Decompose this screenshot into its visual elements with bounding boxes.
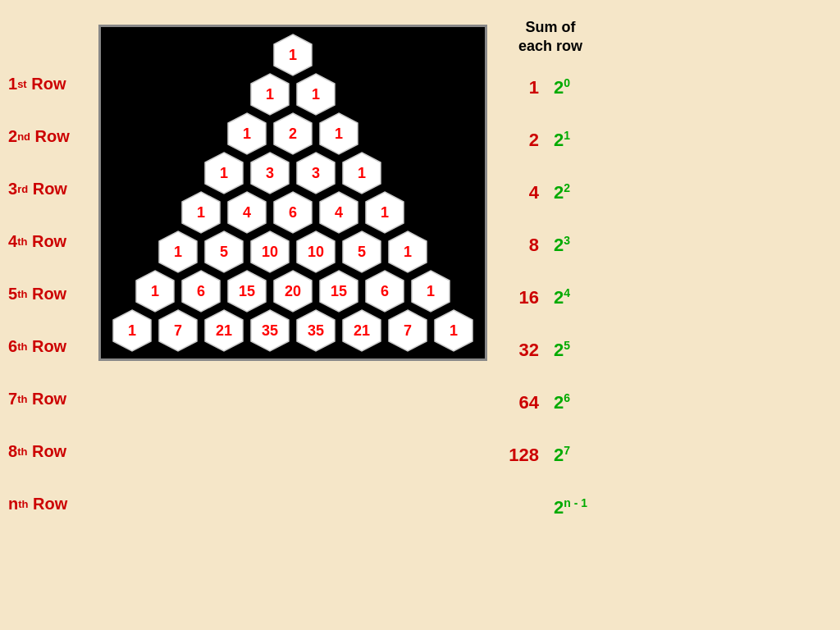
- row-label-item: 4th Row: [8, 215, 98, 267]
- hex-value: 1: [128, 322, 136, 340]
- hex-value: 1: [358, 165, 366, 182]
- hex-cell: 35: [294, 308, 338, 353]
- hex-cell: 1: [248, 72, 292, 116]
- sum-value: 4: [502, 182, 539, 203]
- hex-cell: 5: [202, 230, 246, 274]
- hex-cell: 15: [317, 269, 361, 313]
- sum-power: 26: [554, 391, 595, 413]
- hex-value: 20: [285, 283, 301, 300]
- hex-cell: 1: [340, 151, 384, 195]
- hex-value: 1: [151, 283, 159, 300]
- sum-value: 16: [502, 287, 539, 308]
- sum-value: 32: [502, 340, 539, 361]
- hex-value: 7: [174, 322, 182, 340]
- hex-cell: 3: [248, 151, 292, 195]
- hex-value: 10: [262, 244, 278, 261]
- row-label-item: 7th Row: [8, 372, 98, 425]
- sum-header: Sum ofeach row: [502, 18, 582, 55]
- hex-cell: 1: [363, 190, 407, 235]
- hex-value: 1: [174, 244, 182, 261]
- hex-value: 21: [354, 322, 370, 340]
- hex-value: 1: [266, 86, 274, 103]
- triangle-row: 1 5 10 10 5 1: [155, 230, 431, 274]
- hex-value: 1: [404, 244, 412, 261]
- hex-cell: 7: [156, 308, 200, 353]
- sum-row-item: 1 20: [502, 62, 595, 114]
- sum-row-item: 8 23: [502, 219, 595, 272]
- sum-power: 24: [554, 286, 595, 308]
- hex-cell: 1: [133, 269, 177, 313]
- hex-cell: 1: [317, 112, 361, 156]
- row-label-item: nth Row: [8, 477, 98, 530]
- hex-value: 1: [381, 204, 389, 221]
- sum-power: 23: [554, 234, 595, 256]
- hex-cell: 2: [271, 112, 315, 156]
- nth-power: 2n - 1: [554, 496, 587, 518]
- hex-value: 6: [197, 283, 205, 300]
- row-label-item: 1st Row: [8, 57, 98, 110]
- sum-value: 64: [502, 392, 539, 413]
- hex-value: 6: [381, 283, 389, 300]
- hex-cell: 20: [271, 269, 315, 313]
- nth-row-sum: 2n - 1: [502, 482, 587, 534]
- hex-cell: 1: [225, 112, 269, 156]
- hex-cell: 1: [409, 269, 453, 313]
- sum-area: Sum ofeach row 1 20 2 21 4 22 8 23 16 24…: [487, 18, 595, 534]
- hex-cell: 6: [363, 269, 407, 313]
- hex-cell: 1: [271, 33, 315, 77]
- hex-value: 10: [308, 244, 324, 261]
- main-area: 1st Row2nd Row3rd Row4th Row5th Row6th R…: [0, 18, 840, 534]
- hex-value: 1: [220, 165, 228, 182]
- hex-cell: 1: [386, 230, 430, 274]
- sum-value: 2: [502, 130, 539, 151]
- hex-value: 6: [289, 204, 297, 221]
- sum-row-item: 16 24: [502, 272, 595, 324]
- hex-value: 15: [331, 283, 347, 300]
- hex-cell: 1: [294, 72, 338, 116]
- hex-cell: 7: [386, 308, 430, 353]
- row-label-item: 6th Row: [8, 320, 98, 372]
- hex-cell: 6: [271, 190, 315, 235]
- hex-value: 3: [312, 165, 320, 182]
- hex-cell: 1: [156, 230, 200, 274]
- row-label-item: 2nd Row: [8, 110, 98, 162]
- row-label-item: 5th Row: [8, 267, 98, 320]
- triangle-row: 1 3 3 1: [201, 151, 385, 195]
- hex-cell: 4: [317, 190, 361, 235]
- sum-power: 25: [554, 339, 595, 361]
- sum-value: 8: [502, 235, 539, 256]
- hex-cell: 5: [340, 230, 384, 274]
- sum-power: 21: [554, 129, 595, 151]
- sum-power: 20: [554, 76, 595, 98]
- triangle-row: 1 4 6 4 1: [178, 190, 408, 235]
- hex-cell: 1: [110, 308, 154, 353]
- sum-row-item: 32 25: [502, 324, 595, 377]
- hex-cell: 1: [179, 190, 223, 235]
- row-label-item: 3rd Row: [8, 162, 98, 215]
- hex-value: 1: [335, 126, 343, 143]
- sum-power: 22: [554, 181, 595, 203]
- sum-row-item: 4 22: [502, 167, 595, 219]
- hex-value: 1: [289, 47, 297, 64]
- hex-cell: 35: [248, 308, 292, 353]
- hex-cell: 1: [202, 151, 246, 195]
- hex-cell: 1: [431, 308, 476, 353]
- hex-value: 1: [427, 283, 435, 300]
- page-title: [0, 0, 840, 10]
- hex-cell: 10: [248, 230, 292, 274]
- hex-cell: 4: [225, 190, 269, 235]
- hex-cell: 21: [340, 308, 384, 353]
- row-labels: 1st Row2nd Row3rd Row4th Row5th Row6th R…: [8, 18, 98, 530]
- hex-value: 21: [216, 322, 232, 340]
- sum-power: 27: [554, 444, 595, 466]
- triangle-row: 1 7 21 35 35 21: [109, 308, 477, 353]
- hex-value: 1: [197, 204, 205, 221]
- triangle-row: 1: [270, 33, 316, 77]
- hex-cell: 15: [225, 269, 269, 313]
- sum-row-item: 64 26: [502, 377, 595, 429]
- hex-cell: 10: [294, 230, 338, 274]
- hex-cell: 3: [294, 151, 338, 195]
- triangle-row: 1 1: [247, 72, 339, 116]
- sum-value: 128: [502, 445, 539, 466]
- hex-value: 15: [239, 283, 255, 300]
